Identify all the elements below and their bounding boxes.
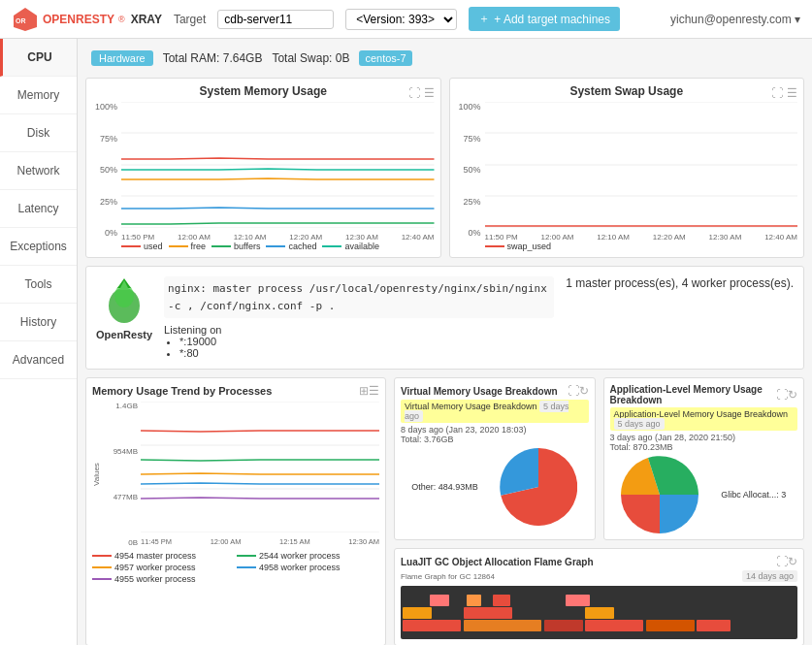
process-logo: OpenResty xyxy=(96,276,152,340)
trend-x-2: 12:00 AM xyxy=(211,537,242,546)
swap-y-0: 0% xyxy=(468,228,480,238)
header: OR OPENRESTY ® XRAY Target <Version: 393… xyxy=(0,0,812,39)
trend-y-14: 1.4GB xyxy=(115,402,138,410)
right-panels: Virtual Memory Usage Breakdown ⛶ ↻ Virtu… xyxy=(394,377,804,645)
app-card-header: Application-Level Memory Usage Breakdown… xyxy=(610,384,798,405)
sidebar-item-history[interactable]: History xyxy=(0,304,77,341)
trend-menu-icon[interactable]: ☰ xyxy=(369,384,379,398)
sidebar-item-tools[interactable]: Tools xyxy=(0,266,77,304)
swap-expand-icon[interactable]: ⛶ xyxy=(771,86,783,100)
legend-used: used xyxy=(121,242,163,251)
svg-rect-31 xyxy=(467,595,481,606)
sidebar-item-disk[interactable]: Disk xyxy=(0,114,77,152)
trend-y-477: 477MB xyxy=(114,493,138,501)
target-label: Target xyxy=(174,13,206,26)
x-tick-4: 12:20 AM xyxy=(289,233,322,242)
vm-other-label: Other: 484.93MB xyxy=(411,482,478,492)
trend-grid-icon[interactable]: ⊞ xyxy=(359,384,369,398)
swap-x-4: 12:20 AM xyxy=(653,233,686,242)
svg-rect-26 xyxy=(585,620,643,631)
sidebar-item-exceptions[interactable]: Exceptions xyxy=(0,228,77,266)
user-menu[interactable]: yichun@openresty.com ▾ xyxy=(670,13,800,26)
vm-refresh-icon[interactable]: ↻ xyxy=(579,384,589,398)
svg-rect-24 xyxy=(464,607,512,619)
swap-y-75: 75% xyxy=(463,134,480,144)
svg-rect-32 xyxy=(493,595,510,606)
swap-menu-icon[interactable]: ☰ xyxy=(787,86,797,100)
vm-expand-icon[interactable]: ⛶ xyxy=(568,384,579,398)
logo-text: OPENRESTY xyxy=(43,13,114,26)
svg-rect-22 xyxy=(403,607,432,619)
process-listening: Listening on *:19000 *:80 xyxy=(164,324,554,359)
swap-x-5: 12:30 AM xyxy=(709,233,742,242)
trend-svg xyxy=(141,402,379,532)
flame-graph xyxy=(401,586,797,639)
add-target-button[interactable]: ＋ + Add target machines xyxy=(469,7,620,31)
swap-y-100: 100% xyxy=(458,102,480,112)
app-stale-banner: Application-Level Memory Usage Breakdown… xyxy=(610,407,798,431)
luajit-refresh-icon[interactable]: ↻ xyxy=(788,555,797,568)
svg-rect-21 xyxy=(403,620,461,631)
trend-legend-4955: 4955 worker process xyxy=(92,574,235,584)
sidebar-item-advanced[interactable]: Advanced xyxy=(0,341,77,379)
luajit-graph-label: Flame Graph for GC 12864 xyxy=(401,572,495,581)
logo-icon: OR xyxy=(12,6,39,33)
x-tick-2: 12:00 AM xyxy=(178,233,211,242)
trend-chart-header: Memory Usage Trend by Processes ⊞ ☰ xyxy=(92,384,379,398)
memory-usage-chart: System Memory Usage ⛶ ☰ 100% 75% 50% 25%… xyxy=(85,78,441,258)
luajit-title: LuaJIT GC Object Allocation Flame Graph xyxy=(401,557,776,567)
hardware-bar: Hardware Total RAM: 7.64GB Total Swap: 0… xyxy=(85,47,804,70)
app-glibc-label: Glibc Allocat...: 3 xyxy=(721,490,786,500)
svg-rect-28 xyxy=(646,620,695,631)
swap-x-3: 12:10 AM xyxy=(597,233,630,242)
ram-info: Total RAM: 7.64GB xyxy=(163,51,263,65)
sidebar-item-cpu[interactable]: CPU xyxy=(0,39,77,77)
sidebar-item-memory[interactable]: Memory xyxy=(0,77,77,114)
svg-rect-27 xyxy=(585,607,614,619)
svg-rect-25 xyxy=(544,620,583,631)
sidebar-item-network[interactable]: Network xyxy=(0,152,77,190)
trend-y-label: Values xyxy=(92,402,100,547)
memory-trend-chart: Memory Usage Trend by Processes ⊞ ☰ Valu… xyxy=(85,377,386,645)
trend-x-4: 12:30 AM xyxy=(348,537,379,546)
target-input[interactable] xyxy=(217,10,334,29)
sidebar-item-latency[interactable]: Latency xyxy=(0,190,77,228)
app-refresh-icon[interactable]: ↻ xyxy=(788,388,797,402)
main-content: Hardware Total RAM: 7.64GB Total Swap: 0… xyxy=(78,39,812,645)
swap-chart-title: System Swap Usage xyxy=(524,84,730,98)
swap-usage-chart: System Swap Usage ⛶ ☰ 100% 75% 50% 25% 0… xyxy=(449,78,805,258)
x-tick-1: 11:50 PM xyxy=(121,233,154,242)
listening-title: Listening on xyxy=(164,324,554,336)
legend-swap: swap_used xyxy=(485,242,552,251)
swap-y-50: 50% xyxy=(463,165,480,175)
trend-y-954: 954MB xyxy=(114,447,138,456)
vm-row: Virtual Memory Usage Breakdown ⛶ ↻ Virtu… xyxy=(394,377,804,540)
svg-rect-23 xyxy=(464,620,541,631)
layout: CPU Memory Disk Network Latency Exceptio… xyxy=(0,39,812,645)
app-expand-icon[interactable]: ⛶ xyxy=(776,388,788,402)
memory-chart-svg xyxy=(121,102,435,228)
legend-cached: cached xyxy=(266,242,316,251)
bottom-section: Memory Usage Trend by Processes ⊞ ☰ Valu… xyxy=(85,377,804,645)
luajit-expand-icon[interactable]: ⛶ xyxy=(776,555,788,568)
svg-text:OR: OR xyxy=(16,17,26,24)
openresty-logo-name: OpenResty xyxy=(96,329,152,340)
memory-chart-title: System Memory Usage xyxy=(161,84,367,98)
trend-y-0: 0B xyxy=(128,538,138,547)
y-tick-75: 75% xyxy=(100,134,117,144)
menu-icon[interactable]: ☰ xyxy=(424,86,435,100)
sidebar: CPU Memory Disk Network Latency Exceptio… xyxy=(0,39,78,645)
app-memory-card: Application-Level Memory Usage Breakdown… xyxy=(603,377,805,540)
expand-icon[interactable]: ⛶ xyxy=(408,86,420,100)
svg-rect-33 xyxy=(566,595,590,606)
trend-legend-4954: 4954 master process xyxy=(92,551,235,561)
memory-chart-header: System Memory Usage ⛶ ☰ xyxy=(92,84,435,102)
luajit-header: LuaJIT GC Object Allocation Flame Graph … xyxy=(401,555,797,568)
flame-svg xyxy=(401,586,797,639)
luajit-card: LuaJIT GC Object Allocation Flame Graph … xyxy=(394,548,804,645)
swap-x-6: 12:40 AM xyxy=(764,233,797,242)
version-select[interactable]: <Version: 393> xyxy=(345,9,457,30)
trend-legend-2544: 2544 worker process xyxy=(237,551,379,561)
swap-chart-header: System Swap Usage ⛶ ☰ xyxy=(456,84,798,102)
os-badge: centos-7 xyxy=(359,50,411,66)
